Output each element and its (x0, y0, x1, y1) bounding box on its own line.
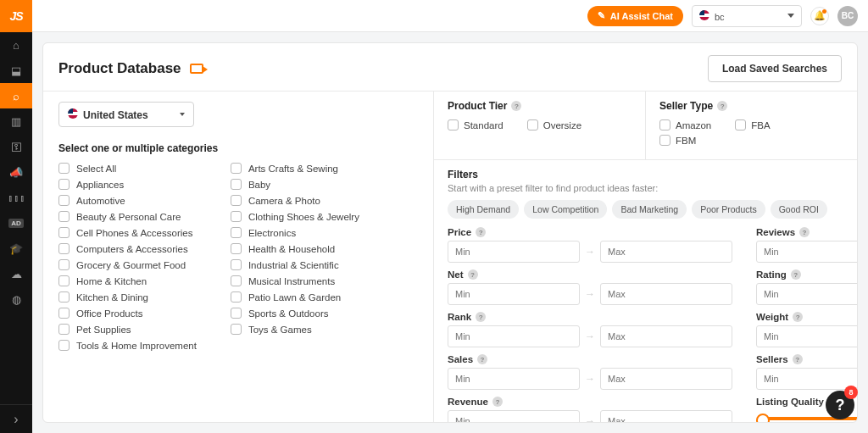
category-checkbox-c1-0[interactable]: Select All (58, 163, 197, 174)
category-checkbox-c2-3[interactable]: Clothing Shoes & Jewelry (231, 211, 359, 222)
load-saved-searches-button[interactable]: Load Saved Searches (708, 55, 842, 82)
globe-icon: ◍ (12, 293, 21, 306)
help-icon[interactable]: ? (476, 227, 486, 237)
metric-label: Rating (756, 269, 787, 280)
category-checkbox-c2-1[interactable]: Baby (231, 179, 359, 190)
arrow-right-icon: → (585, 246, 595, 258)
help-icon[interactable]: ? (492, 397, 503, 407)
category-label: Computers & Accessories (76, 244, 188, 254)
help-icon[interactable]: ? (791, 269, 801, 280)
nav-search[interactable]: ⌕ (0, 83, 32, 108)
preset-pill-bad-marketing[interactable]: Bad Marketing (612, 200, 687, 219)
checkbox-icon (231, 195, 242, 206)
rank-min-input[interactable] (448, 325, 580, 347)
sidebar: JS ⌂ ⬓ ⌕ ▥ ⚿ 📣 ⫾⫾⫾ AD 🎓 ☁ ◍ › (0, 0, 32, 433)
seller-amazon[interactable]: Amazon (659, 119, 711, 130)
option-label: FBA (751, 120, 770, 130)
category-label: Home & Kitchen (76, 276, 147, 286)
graduation-icon: 🎓 (9, 242, 23, 255)
category-checkbox-c1-1[interactable]: Appliances (58, 179, 197, 190)
category-checkbox-c1-4[interactable]: Cell Phones & Accessories (58, 227, 197, 238)
sidebar-expand[interactable]: › (0, 404, 32, 433)
seller-fba[interactable]: FBA (735, 119, 770, 130)
category-checkbox-c2-8[interactable]: Patio Lawn & Garden (231, 291, 359, 303)
checkbox-icon (58, 211, 70, 222)
reviews-min-input[interactable] (756, 241, 857, 263)
help-fab[interactable]: ?8 (826, 391, 854, 419)
preset-pill-low-competition[interactable]: Low Competition (524, 200, 607, 219)
category-checkbox-c1-8[interactable]: Kitchen & Dining (58, 291, 197, 303)
nav-ads[interactable]: AD (0, 210, 32, 236)
marketplace-country-select[interactable]: United States (58, 102, 194, 127)
seller-fbm[interactable]: FBM (659, 135, 696, 146)
category-checkbox-c1-6[interactable]: Grocery & Gourmet Food (58, 259, 197, 270)
nav-analytics[interactable]: ⫾⫾⫾ (0, 185, 32, 210)
preset-pill-poor-products[interactable]: Poor Products (692, 200, 765, 219)
price-max-input[interactable] (600, 241, 732, 263)
rating-min-input[interactable] (756, 283, 857, 305)
fab-badge: 8 (844, 386, 858, 399)
video-tutorial-icon[interactable] (190, 64, 203, 74)
category-checkbox-c2-10[interactable]: Toys & Games (231, 324, 359, 335)
bar-chart-icon: ⫾⫾⫾ (8, 192, 25, 204)
category-checkbox-c2-6[interactable]: Industrial & Scientific (231, 259, 359, 270)
category-checkbox-c1-2[interactable]: Automotive (58, 195, 197, 206)
region-select[interactable]: bc (692, 5, 802, 27)
help-icon[interactable]: ? (717, 101, 727, 111)
help-icon[interactable]: ? (793, 354, 803, 364)
notifications-button[interactable]: 🔔 (810, 7, 829, 25)
category-label: Musical Instruments (248, 276, 335, 286)
net-max-input[interactable] (600, 283, 732, 305)
category-checkbox-c1-10[interactable]: Pet Supplies (58, 324, 197, 335)
category-label: Grocery & Gourmet Food (76, 260, 186, 270)
category-checkbox-c1-11[interactable]: Tools & Home Improvement (58, 340, 197, 351)
nav-home[interactable]: ⌂ (0, 32, 32, 58)
main: Product Database Load Saved Searches Uni… (32, 32, 868, 433)
ai-assist-chat-button[interactable]: ✎ AI Assist Chat (587, 6, 683, 26)
category-checkbox-c1-3[interactable]: Beauty & Personal Care (58, 211, 197, 222)
rank-max-input[interactable] (600, 325, 732, 347)
category-checkbox-c1-7[interactable]: Home & Kitchen (58, 275, 197, 286)
help-icon[interactable]: ? (477, 354, 487, 364)
logo[interactable]: JS (0, 0, 32, 32)
category-checkbox-c2-9[interactable]: Sports & Outdoors (231, 308, 359, 319)
preset-pill-good-roi[interactable]: Good ROI (771, 200, 827, 219)
category-checkbox-c1-9[interactable]: Office Products (58, 308, 197, 319)
tier-standard[interactable]: Standard (448, 119, 504, 130)
sales-max-input[interactable] (600, 368, 732, 390)
nav-globe[interactable]: ◍ (0, 286, 32, 312)
category-label: Cell Phones & Accessories (76, 228, 192, 238)
category-checkbox-c2-5[interactable]: Health & Household (231, 243, 359, 254)
category-checkbox-c2-0[interactable]: Arts Crafts & Sewing (231, 163, 359, 174)
categories-list: Select AllAppliancesAutomotiveBeauty & P… (58, 163, 418, 351)
nav-key[interactable]: ⚿ (0, 134, 32, 159)
nav-cloud[interactable]: ☁ (0, 261, 32, 286)
revenue-max-input[interactable] (600, 410, 732, 422)
nav-megaphone[interactable]: 📣 (0, 159, 32, 185)
nav-building[interactable]: ▥ (0, 108, 32, 134)
help-icon[interactable]: ? (476, 312, 486, 322)
sales-min-input[interactable] (448, 368, 580, 390)
help-icon[interactable]: ? (468, 269, 478, 280)
weight-min-input[interactable] (756, 325, 857, 347)
preset-pill-high-demand[interactable]: High Demand (448, 200, 519, 219)
net-min-input[interactable] (448, 283, 580, 305)
category-checkbox-c2-2[interactable]: Camera & Photo (231, 195, 359, 206)
help-icon[interactable]: ? (793, 312, 803, 322)
revenue-min-input[interactable] (448, 410, 580, 422)
category-checkbox-c2-7[interactable]: Musical Instruments (231, 275, 359, 286)
metric-label: Net (448, 269, 464, 280)
home-icon: ⌂ (13, 39, 19, 52)
checkbox-icon (231, 308, 242, 319)
cloud-icon: ☁ (11, 268, 22, 280)
nav-education[interactable]: 🎓 (0, 236, 32, 261)
category-checkbox-c1-5[interactable]: Computers & Accessories (58, 243, 197, 254)
help-icon[interactable]: ? (799, 227, 810, 237)
sellers-min-input[interactable] (756, 368, 857, 390)
nav-box[interactable]: ⬓ (0, 58, 32, 83)
price-min-input[interactable] (448, 241, 580, 263)
tier-oversize[interactable]: Oversize (527, 119, 581, 130)
avatar[interactable]: BC (837, 6, 858, 26)
category-checkbox-c2-4[interactable]: Electronics (231, 227, 359, 238)
help-icon[interactable]: ? (511, 101, 521, 111)
